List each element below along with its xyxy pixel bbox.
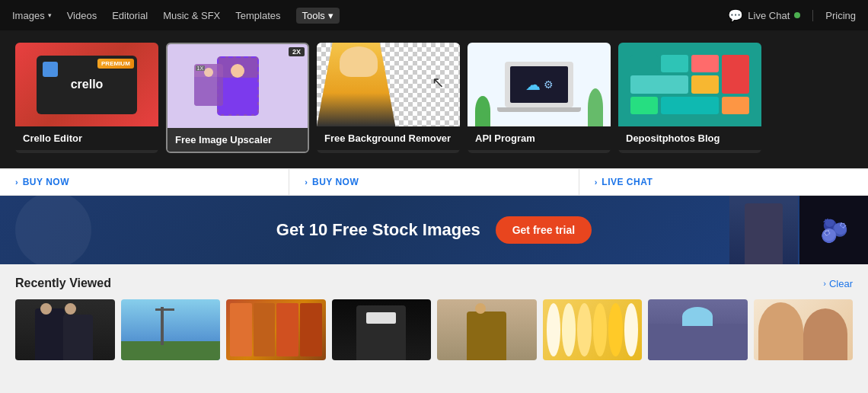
api-plant-left xyxy=(475,96,490,126)
chevron-right-icon: › xyxy=(823,279,826,288)
tools-section: crello PREMIUM Crello Editor 2X 1X xyxy=(0,30,868,168)
nav-videos-label: Videos xyxy=(67,10,97,21)
upscaler-content: 1X xyxy=(181,53,293,120)
recently-viewed-grid xyxy=(15,299,853,360)
api-laptop: ☁ ⚙ xyxy=(505,62,573,107)
cloud-icon: ☁ xyxy=(525,75,541,94)
chevron-right-icon: › xyxy=(595,177,598,187)
live-chat-button[interactable]: 💬 Live Chat xyxy=(728,8,800,23)
blog-label: Depositphotos Blog xyxy=(618,126,761,150)
chevron-down-icon: ▾ xyxy=(48,11,52,19)
promo-banner: Get 10 Free Stock Images Get free trial … xyxy=(0,196,868,264)
online-indicator xyxy=(794,12,800,18)
nav-templates[interactable]: Templates xyxy=(235,10,280,21)
tool-card-blog[interactable]: Depositphotos Blog xyxy=(618,43,761,153)
recent-item-4[interactable] xyxy=(332,299,432,360)
recent-item-6[interactable] xyxy=(543,299,643,360)
nav-images-label: Images xyxy=(12,10,45,21)
crello-logo-text: crello xyxy=(71,78,104,91)
promo-image-berries: 🫐 xyxy=(799,196,868,264)
nav-right-section: 💬 Live Chat Pricing xyxy=(728,8,856,23)
get-free-trial-button[interactable]: Get free trial xyxy=(496,216,592,244)
upscaler-label: Free Image Upscaler xyxy=(168,128,308,152)
recent-item-5[interactable] xyxy=(437,299,537,360)
recent-item-3[interactable] xyxy=(226,299,326,360)
crello-icon xyxy=(43,62,58,77)
upscaler-thumbnail: 2X 1X xyxy=(168,44,308,128)
promo-circle-decoration xyxy=(15,196,91,264)
action-strip: › BUY NOW › BUY NOW › LIVE CHAT xyxy=(0,168,868,196)
recent-item-8[interactable] xyxy=(754,299,854,360)
pricing-label: Pricing xyxy=(825,10,856,21)
nav-editorial[interactable]: Editorial xyxy=(112,10,148,21)
api-screen: ☁ ⚙ xyxy=(510,66,568,103)
promo-image-person xyxy=(729,196,798,264)
crello-thumbnail: crello PREMIUM xyxy=(15,43,158,126)
api-label: API Program xyxy=(468,126,611,150)
api-plant-right xyxy=(588,88,603,126)
nav-templates-label: Templates xyxy=(235,10,280,21)
nav-tools-label: Tools xyxy=(302,10,325,21)
buy-now-2-label: BUY NOW xyxy=(312,177,359,187)
blog-thumbnail xyxy=(618,43,761,126)
chevron-down-icon: ▾ xyxy=(328,10,333,21)
nav-tools[interactable]: Tools ▾ xyxy=(296,8,340,24)
premium-badge: PREMIUM xyxy=(97,59,134,69)
chat-icon: 💬 xyxy=(728,8,743,23)
recent-item-1[interactable] xyxy=(15,299,115,360)
live-chat-action-label: LIVE CHAT xyxy=(602,177,653,187)
pricing-link[interactable]: Pricing xyxy=(812,10,856,21)
recent-item-7[interactable] xyxy=(648,299,748,360)
live-chat-label: Live Chat xyxy=(748,10,790,21)
tool-card-bgremover[interactable]: ↖ Free Background Remover xyxy=(317,43,460,153)
clear-button[interactable]: › Clear xyxy=(823,278,853,289)
action-live-chat[interactable]: › LIVE CHAT xyxy=(579,169,868,195)
buy-now-1-label: BUY NOW xyxy=(23,177,69,187)
crello-label: Crello Editor xyxy=(15,126,158,150)
action-buy-now-2[interactable]: › BUY NOW xyxy=(289,169,579,195)
tool-card-crello[interactable]: crello PREMIUM Crello Editor xyxy=(15,43,158,153)
bgremover-thumbnail: ↖ xyxy=(317,43,460,126)
gear-icon: ⚙ xyxy=(544,78,554,91)
nav-editorial-label: Editorial xyxy=(112,10,148,21)
tool-card-api[interactable]: ☁ ⚙ API Program xyxy=(468,43,611,153)
bgremover-label: Free Background Remover xyxy=(317,126,460,150)
nav-images[interactable]: Images ▾ xyxy=(12,10,52,21)
recently-viewed-title: Recently Viewed xyxy=(15,276,111,290)
nav-music-label: Music & SFX xyxy=(163,10,220,21)
nav-music[interactable]: Music & SFX xyxy=(163,10,220,21)
nav-videos[interactable]: Videos xyxy=(67,10,97,21)
promo-text: Get 10 Free Stock Images xyxy=(276,220,480,240)
recently-viewed-section: Recently Viewed › Clear xyxy=(0,264,868,372)
chevron-right-icon: › xyxy=(15,177,18,187)
recent-item-2[interactable] xyxy=(121,299,221,360)
chevron-right-icon: › xyxy=(305,177,308,187)
promo-images: 🫐 xyxy=(729,196,868,264)
navbar: Images ▾ Videos Editorial Music & SFX Te… xyxy=(0,0,868,30)
tool-card-upscaler[interactable]: 2X 1X Free Image Upscaler xyxy=(166,43,309,153)
api-thumbnail: ☁ ⚙ xyxy=(468,43,611,126)
crello-inner: crello PREMIUM xyxy=(37,56,137,114)
action-buy-now-1[interactable]: › BUY NOW xyxy=(0,169,289,195)
recently-viewed-header: Recently Viewed › Clear xyxy=(15,276,853,290)
clear-label: Clear xyxy=(829,278,853,289)
